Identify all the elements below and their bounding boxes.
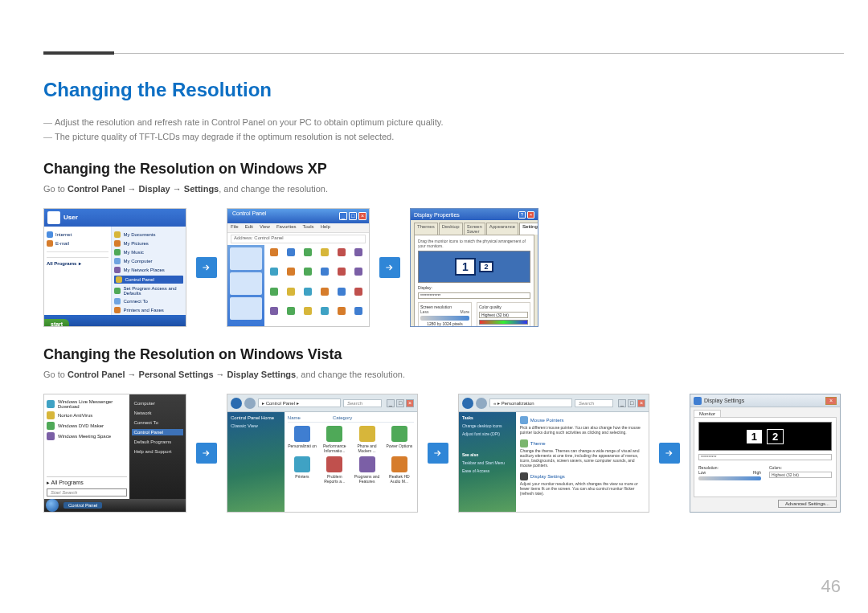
vista-right-item[interactable]: Help and Support [132,448,183,455]
vista-start-item[interactable]: Norton AntiVirus [47,411,127,419]
monitor-arrangement[interactable]: 1 2 [698,422,832,451]
vista-right-item[interactable]: Network [132,410,183,416]
cp-item[interactable] [318,307,332,318]
cp-item[interactable] [318,268,332,279]
taskbar-control-panel[interactable]: Control Panel [63,502,102,509]
colors-dropdown[interactable]: Highest (32 bit) [769,472,832,478]
maximize-icon[interactable]: □ [396,399,404,407]
tab-appearance[interactable]: Appearance [486,223,518,235]
monitor-2-icon[interactable]: 2 [767,429,784,444]
cp-item[interactable] [268,268,281,279]
xp-right-item[interactable]: Connect To [114,298,183,304]
close-icon[interactable]: × [637,399,645,407]
display-settings-item[interactable]: Display Settings Adjust your monitor res… [520,472,645,496]
cp-item[interactable] [285,268,298,279]
vista-right-item[interactable]: Control Panel [132,429,183,435]
search-input[interactable]: Search [343,399,382,407]
vista-right-item[interactable]: Default Programs [132,439,183,445]
theme-item[interactable]: Theme Change the theme. Themes can chang… [520,439,645,468]
monitor-1-icon[interactable]: 1 [455,258,476,276]
vista-cp-item[interactable]: Printers [288,456,317,484]
all-programs-button[interactable]: ▸ All Programs [47,476,127,486]
display-dropdown[interactable]: ************* [418,292,530,299]
cp-item[interactable] [268,288,281,299]
xp-right-item[interactable]: Printers and Faxes [114,307,183,313]
mouse-pointers-item[interactable]: Mouse Pointers Pick a different mouse po… [520,416,645,435]
advanced-settings-button[interactable]: Advanced Settings... [778,500,837,508]
all-programs-button[interactable]: All Programs ▸ [47,257,108,266]
resolution-slider[interactable] [420,316,469,321]
see-also-link[interactable]: Ease of Access [462,468,513,473]
tab-themes[interactable]: Themes [414,223,438,235]
back-icon[interactable] [462,398,473,409]
back-icon[interactable] [231,398,242,409]
vista-cp-item[interactable]: Power Options [385,426,414,453]
vista-cp-item[interactable]: Problem Reports a... [320,456,349,484]
cp-item[interactable] [352,268,366,279]
minimize-icon[interactable]: _ [339,212,347,220]
xp-right-item[interactable]: My Network Places [114,267,183,273]
cp-item[interactable] [285,248,298,260]
start-button[interactable]: start [44,319,69,328]
vista-cp-item[interactable]: Personalizati on [288,426,317,453]
cp-item[interactable] [335,307,349,318]
breadcrumb[interactable]: ▸ Control Panel ▸ [258,398,341,407]
color-quality-dropdown[interactable]: Highest (32 bit) [479,312,528,318]
resolution-slider[interactable] [698,476,761,480]
monitor-1-icon[interactable]: 1 [747,430,762,443]
xp-right-item[interactable]: My Pictures [114,240,183,247]
cp-item[interactable] [335,288,349,299]
forward-icon[interactable] [244,398,256,409]
task-link[interactable]: Adjust font size (DPI) [462,431,513,436]
vista-cp-item[interactable]: Performance Informatio... [320,426,349,453]
see-also-link[interactable]: Taskbar and Start Menu [462,460,513,465]
maximize-icon[interactable]: □ [349,212,357,220]
cp-item[interactable] [335,268,349,279]
minimize-icon[interactable]: _ [618,399,626,407]
xp-right-item[interactable]: My Documents [114,231,183,238]
cp-item[interactable] [352,288,366,299]
monitor-arrangement[interactable]: 1 2 [418,251,530,283]
cp-item[interactable] [318,288,332,299]
cp-item[interactable] [301,248,315,260]
close-icon[interactable]: × [358,212,366,220]
cp-item[interactable] [301,288,315,299]
tab-desktop[interactable]: Desktop [439,223,463,235]
vista-right-item[interactable]: Connect To [132,419,183,426]
vista-start-item[interactable]: Windows Live Messenger Download [47,399,127,409]
cp-item[interactable] [301,268,315,279]
cp-item[interactable] [352,248,366,260]
search-input[interactable]: Search [575,399,613,407]
maximize-icon[interactable]: □ [628,399,636,407]
menu-item[interactable]: Help [321,224,330,231]
menu-item[interactable]: Edit [245,224,253,231]
close-icon[interactable]: × [406,399,414,407]
help-link[interactable]: How do I get the best display? [694,511,837,513]
vista-right-item[interactable]: Computer [132,400,183,407]
vista-cp-item[interactable]: Phone and Modem ... [352,426,381,453]
menu-item[interactable]: File [231,224,239,231]
display-dropdown[interactable]: ********** [698,454,832,460]
xp-right-item[interactable]: Control Panel [114,276,183,284]
vista-cp-item[interactable]: Programs and Features [352,456,381,484]
menu-item[interactable]: View [260,224,270,231]
minimize-icon[interactable]: _ [387,399,395,407]
tab-settings[interactable]: Settings [519,223,538,235]
cp-item[interactable] [301,307,315,318]
menu-item[interactable]: Favorites [276,224,297,231]
cp-item[interactable] [268,248,281,260]
menu-item[interactable]: Tools [303,224,314,231]
start-orb-icon[interactable] [46,499,59,512]
vista-start-item[interactable]: Windows DVD Maker [47,422,127,430]
xp-right-item[interactable]: My Music [114,249,183,255]
cp-item[interactable] [285,307,298,318]
monitor-2-icon[interactable]: 2 [479,261,493,272]
close-icon[interactable]: × [825,397,837,405]
cp-item[interactable] [335,248,349,260]
xp-right-item[interactable]: Set Program Access and Defaults [114,286,183,296]
cp-item[interactable] [352,307,366,318]
tab-screen-saver[interactable]: Screen Saver [464,223,485,235]
cp-item[interactable] [268,307,281,318]
cp-item[interactable] [285,288,298,299]
classic-view-link[interactable]: Classic View [231,423,281,428]
